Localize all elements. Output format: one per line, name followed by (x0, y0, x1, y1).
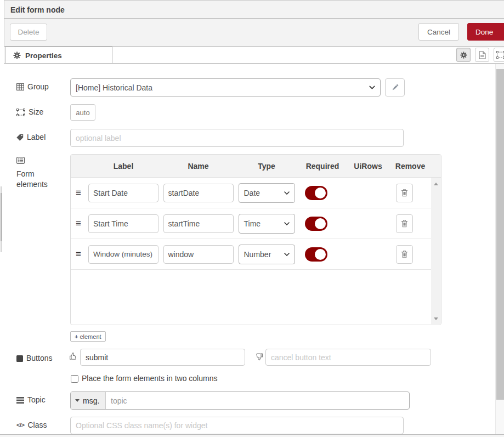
group-field-label: Group (16, 82, 49, 92)
add-element-button[interactable]: + element (70, 331, 106, 342)
cancel-button[interactable]: Cancel (418, 23, 459, 41)
tray-bottom-edge (0, 434, 504, 437)
topic-value-input[interactable]: topic (106, 392, 409, 409)
topic-type-label: msg. (83, 396, 99, 405)
column-header-required: Required (297, 162, 348, 171)
element-label-input[interactable] (88, 214, 158, 233)
chevron-down-icon (284, 253, 290, 256)
required-toggle[interactable] (305, 186, 327, 200)
form-table-header: Label Name Type Required UiRows Remove (71, 155, 441, 178)
submit-button-text-input[interactable] (80, 349, 245, 366)
tab-properties[interactable]: Properties (5, 47, 112, 64)
done-button[interactable]: Done (467, 23, 504, 41)
chevron-down-icon (284, 191, 290, 195)
chevron-down-icon (284, 222, 290, 225)
remove-element-button[interactable] (396, 184, 413, 202)
list-alt-icon (16, 155, 25, 166)
topic-type-select[interactable]: msg. (71, 392, 106, 409)
class-input[interactable] (70, 417, 404, 434)
required-toggle[interactable] (305, 247, 327, 262)
drag-handle-icon[interactable]: ≡ (76, 249, 81, 259)
appearance-view-button[interactable] (494, 48, 504, 62)
column-header-name: Name (161, 162, 236, 171)
two-columns-label[interactable]: Place the form elements in two columns (82, 374, 217, 383)
remove-element-button[interactable] (396, 245, 413, 264)
object-group-icon (16, 107, 25, 117)
table-scrollbar[interactable] (431, 178, 441, 325)
gear-icon (460, 52, 467, 59)
gear-icon (13, 52, 21, 59)
scroll-down-icon[interactable] (434, 317, 438, 320)
page-scrollbar-thumb[interactable] (496, 69, 504, 400)
properties-view-button[interactable] (456, 48, 471, 62)
caret-down-icon (75, 399, 80, 402)
scroll-up-icon[interactable] (434, 183, 438, 185)
delete-button[interactable]: Delete (10, 24, 47, 41)
buttons-field-label: Buttons (16, 353, 52, 364)
object-group-icon (496, 51, 504, 59)
label-field-label: Label (16, 132, 46, 143)
description-view-button[interactable] (475, 48, 489, 62)
element-label-input[interactable] (88, 184, 158, 202)
group-select[interactable]: [Home] Historical Data (70, 78, 381, 97)
element-type-select[interactable]: Number (239, 245, 295, 264)
topic-field-label: Topic (16, 395, 46, 405)
tag-icon (16, 132, 24, 143)
column-header-label: Label (86, 162, 161, 171)
column-header-type: Type (236, 162, 297, 171)
trash-icon (401, 189, 408, 197)
tab-properties-label: Properties (25, 52, 62, 60)
column-header-uirows: UiRows (348, 162, 388, 171)
form-element-row: ≡ Time (71, 208, 432, 239)
group-select-value: [Home] Historical Data (76, 83, 152, 92)
size-auto-button[interactable]: auto (70, 104, 95, 121)
square-icon (16, 353, 23, 364)
form-table-body: ≡ Date (71, 178, 441, 325)
column-header-remove: Remove (388, 162, 432, 171)
chevron-down-icon (369, 86, 375, 89)
drag-handle-icon[interactable]: ≡ (76, 219, 81, 228)
tasks-icon (16, 395, 24, 405)
element-label-input[interactable] (88, 245, 158, 264)
plus-icon: + (75, 333, 78, 340)
page-scrollbar[interactable] (495, 64, 504, 434)
properties-panel: Group [Home] Historical Data (0, 64, 504, 434)
class-field-label: </> Class (16, 420, 47, 430)
cancel-button-text-input[interactable] (265, 349, 431, 366)
form-elements-table: Label Name Type Required UiRows Remove ≡… (70, 154, 441, 325)
element-name-input[interactable] (163, 184, 234, 202)
form-element-row: ≡ Number (71, 239, 432, 270)
thumbs-down-icon (254, 353, 263, 361)
form-element-row: ≡ Date (71, 178, 432, 208)
trash-icon (401, 250, 408, 258)
element-name-input[interactable] (163, 214, 234, 233)
drag-handle-icon[interactable]: ≡ (76, 188, 81, 197)
edit-group-button[interactable] (385, 78, 405, 97)
tray-resize-grip[interactable] (1, 193, 2, 241)
dialog-toolbar: Delete Cancel Done (4, 19, 504, 47)
element-name-input[interactable] (163, 245, 234, 264)
two-columns-checkbox[interactable] (71, 375, 78, 383)
label-input[interactable] (70, 129, 404, 147)
element-type-select[interactable]: Date (239, 183, 295, 203)
topic-typed-input: msg. topic (70, 391, 410, 410)
form-elements-field-label: Form elements (16, 155, 64, 190)
edit-form-node-dialog: Edit form node Delete Cancel Done (0, 0, 504, 437)
table-icon (16, 82, 24, 92)
remove-element-button[interactable] (396, 214, 413, 233)
pencil-icon (391, 83, 399, 92)
code-icon: </> (16, 420, 24, 430)
dialog-title: Edit form node (10, 5, 65, 14)
dialog-header: Edit form node (4, 0, 504, 19)
tab-bar: Properties (4, 47, 504, 64)
document-icon (479, 51, 486, 59)
thumbs-up-icon (69, 352, 78, 361)
trash-icon (401, 219, 408, 228)
element-type-select[interactable]: Time (239, 214, 295, 234)
size-field-label: Size (16, 107, 43, 117)
required-toggle[interactable] (305, 217, 327, 231)
